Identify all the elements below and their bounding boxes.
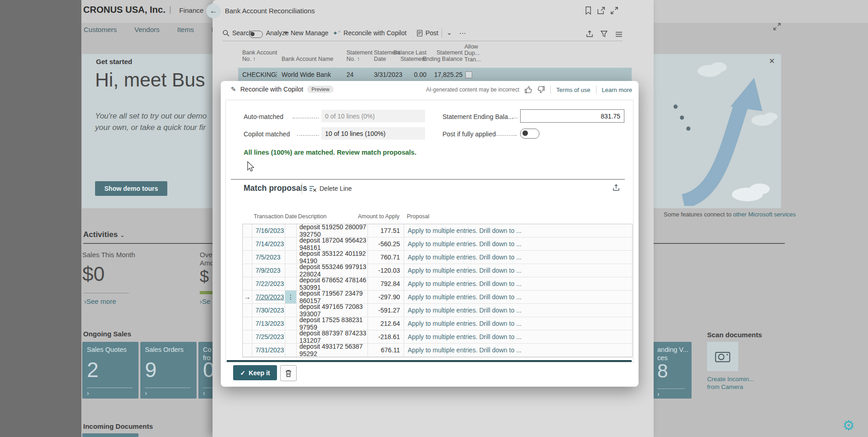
- keep-it-button[interactable]: ✓Keep it: [233, 365, 277, 380]
- discard-button[interactable]: [280, 365, 297, 381]
- description-cell[interactable]: deposit 678652 478146 530991: [296, 277, 367, 290]
- nav-vendors[interactable]: Vendors: [134, 26, 160, 33]
- post-button[interactable]: Post: [417, 29, 438, 37]
- header-transaction-date[interactable]: Transaction Date: [254, 213, 297, 220]
- bank-reconciliation-row[interactable]: CHECKING ⋮ World Wide Bank 24 3/31/2023 …: [238, 68, 632, 81]
- transaction-date-link[interactable]: 7/31/2023: [256, 346, 284, 354]
- analyze-toggle[interactable]: [249, 31, 263, 38]
- post-if-fully-applied-toggle[interactable]: [520, 129, 539, 139]
- proposal-link[interactable]: Apply to multiple entries. Drill down to…: [404, 291, 632, 303]
- create-incoming-doc-link-line1[interactable]: Create Incomin...: [707, 375, 754, 383]
- transaction-date-link[interactable]: 7/30/2023: [256, 307, 284, 314]
- transaction-date-link[interactable]: 7/5/2023: [256, 254, 281, 261]
- amount-cell[interactable]: -297.90: [367, 291, 404, 303]
- proposal-row[interactable]: → 7/13/2023 ⋮ deposit 17525 838231 97959…: [243, 317, 632, 330]
- amount-cell[interactable]: 792.84: [367, 277, 404, 290]
- kpi-sales-month-value[interactable]: $0: [82, 263, 105, 286]
- proposal-row[interactable]: → 7/14/2023 ⋮ deposit 187204 956423 9481…: [243, 237, 632, 251]
- close-banner-icon[interactable]: ✕: [769, 57, 775, 65]
- allow-duplicated-checkbox[interactable]: [465, 71, 472, 78]
- role-selector[interactable]: Finance ⌄: [179, 6, 210, 14]
- manage-button[interactable]: Manage: [305, 29, 329, 37]
- terms-of-use-link[interactable]: Terms of use: [556, 86, 590, 93]
- more-actions-chevron[interactable]: ⌄: [447, 29, 452, 36]
- back-button[interactable]: ←: [206, 4, 221, 18]
- transaction-date-link[interactable]: 7/20/2023: [256, 293, 284, 301]
- description-cell[interactable]: deposit 519250 280097 392750: [296, 224, 367, 237]
- description-cell[interactable]: deposit 187204 956423 948161: [296, 237, 367, 250]
- amount-cell[interactable]: -560.25: [367, 237, 404, 250]
- sales-cue-tile[interactable]: Sales Orders 9 ›: [140, 342, 197, 399]
- row-bank-no[interactable]: CHECKING: [242, 71, 276, 78]
- new-button[interactable]: +New: [283, 29, 304, 37]
- proposal-link[interactable]: Apply to multiple entries. Drill down to…: [404, 344, 632, 356]
- more-options-ellipsis[interactable]: …: [459, 27, 466, 36]
- description-cell[interactable]: deposit 719567 23479 860157: [296, 291, 367, 303]
- incoming-documents-tile[interactable]: [82, 433, 138, 437]
- reconcile-with-copilot-button[interactable]: ✦✧ Reconcile with Copilot: [333, 29, 406, 37]
- expand-icon[interactable]: [773, 23, 781, 30]
- transaction-date-link[interactable]: 7/22/2023: [256, 280, 284, 287]
- column-statement-ending-balance[interactable]: StatementEnding Balance: [408, 49, 463, 62]
- description-cell[interactable]: deposit 497165 72083 393007: [296, 304, 367, 317]
- amount-cell[interactable]: -218.61: [367, 330, 404, 343]
- nav-items[interactable]: Items: [177, 26, 194, 33]
- proposal-link[interactable]: Apply to multiple entries. Drill down to…: [404, 237, 632, 250]
- open-in-new-window-icon[interactable]: [597, 7, 605, 14]
- proposal-row[interactable]: → 7/22/2023 ⋮ deposit 678652 478146 5309…: [243, 277, 632, 291]
- amount-cell[interactable]: 760.71: [367, 251, 404, 264]
- proposal-link[interactable]: Apply to multiple entries. Drill down to…: [404, 304, 632, 317]
- column-bank-account-name[interactable]: Bank Account Name: [282, 56, 333, 62]
- amount-cell[interactable]: 177.51: [367, 224, 404, 237]
- see-more-link-2[interactable]: ›Se: [200, 297, 210, 305]
- share-icon[interactable]: [586, 30, 593, 38]
- amount-cell[interactable]: 676.11: [367, 344, 404, 356]
- thumbs-down-icon[interactable]: [538, 86, 545, 93]
- settings-gear-icon[interactable]: ⚙: [842, 417, 855, 433]
- description-cell[interactable]: deposit 553246 997913 228024: [296, 264, 367, 277]
- amount-cell[interactable]: 212.64: [367, 317, 404, 330]
- proposal-row[interactable]: → 7/5/2023 ⋮ deposit 353122 401192 94190…: [243, 251, 632, 264]
- column-statement-no[interactable]: StatementNo. ↑: [346, 49, 373, 62]
- transaction-date-link[interactable]: 7/13/2023: [256, 320, 284, 327]
- proposal-row[interactable]: → 7/30/2023 ⋮ deposit 497165 72083 39300…: [243, 304, 632, 317]
- transaction-date-link[interactable]: 7/14/2023: [256, 240, 284, 248]
- camera-tile[interactable]: [707, 342, 738, 371]
- bookmark-icon[interactable]: [585, 6, 591, 15]
- list-view-icon[interactable]: [615, 32, 623, 37]
- proposal-row[interactable]: → 7/9/2023 ⋮ deposit 553246 997913 22802…: [243, 264, 632, 277]
- transaction-date-link[interactable]: 7/25/2023: [256, 333, 284, 340]
- sales-cue-tile[interactable]: Sales Quotes 2 ›: [82, 342, 138, 399]
- amount-cell[interactable]: -120.03: [367, 264, 404, 277]
- header-proposal[interactable]: Proposal: [407, 213, 429, 220]
- proposal-row[interactable]: → 7/25/2023 ⋮ deposit 887397 874233 1312…: [243, 330, 632, 344]
- proposal-link[interactable]: Apply to multiple entries. Drill down to…: [404, 264, 632, 277]
- proposal-link[interactable]: Apply to multiple entries. Drill down to…: [404, 224, 632, 237]
- proposal-link[interactable]: Apply to multiple entries. Drill down to…: [404, 317, 632, 330]
- amount-cell[interactable]: -591.27: [367, 304, 404, 317]
- delete-line-button[interactable]: Delete Line: [309, 185, 352, 192]
- activities-header[interactable]: Activities ⌄: [83, 230, 125, 239]
- description-cell[interactable]: deposit 887397 874233 131207: [296, 330, 367, 343]
- other-microsoft-services-link[interactable]: other Microsoft services: [733, 211, 796, 218]
- description-cell[interactable]: deposit 17525 838231 97959: [296, 317, 367, 330]
- create-incoming-doc-link-line2[interactable]: from Camera: [707, 383, 743, 391]
- column-allow-duplicated-transactions[interactable]: AllowDup...Tran...: [464, 43, 481, 63]
- proposal-row[interactable]: → 7/20/2023 ⋮ deposit 719567 23479 86015…: [243, 291, 632, 304]
- search-button[interactable]: Search: [223, 29, 252, 37]
- proposal-link[interactable]: Apply to multiple entries. Drill down to…: [404, 277, 632, 290]
- header-amount-to-apply[interactable]: Amount to Apply: [357, 213, 399, 220]
- expand-page-icon[interactable]: [611, 7, 618, 14]
- column-bank-account-no[interactable]: Bank AccountNo. ↑: [242, 49, 277, 62]
- nav-customers[interactable]: Customers: [84, 26, 117, 33]
- thumbs-up-icon[interactable]: [525, 86, 532, 93]
- description-cell[interactable]: deposit 493172 56387 95292: [296, 344, 367, 356]
- transaction-date-link[interactable]: 7/9/2023: [256, 267, 281, 274]
- filter-icon[interactable]: [601, 31, 607, 37]
- row-bank-name[interactable]: World Wide Bank: [282, 71, 331, 78]
- see-more-link[interactable]: ›See more: [84, 297, 116, 305]
- proposal-row[interactable]: → 7/31/2023 ⋮ deposit 493172 56387 95292…: [243, 344, 632, 357]
- row-options-icon[interactable]: ⋮: [288, 293, 294, 301]
- share-proposals-icon[interactable]: [612, 184, 620, 191]
- proposal-link[interactable]: Apply to multiple entries. Drill down to…: [404, 251, 632, 264]
